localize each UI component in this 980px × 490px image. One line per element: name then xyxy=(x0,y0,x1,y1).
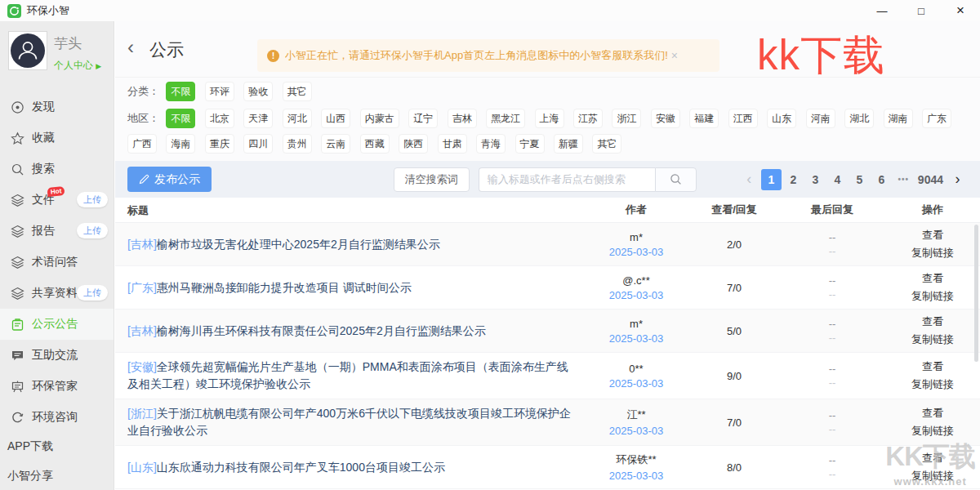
category-chip[interactable]: 不限 xyxy=(166,82,195,101)
search-input[interactable] xyxy=(479,167,655,192)
region-chip[interactable]: 宁夏 xyxy=(515,134,545,154)
region-chip[interactable]: 福建 xyxy=(689,109,719,128)
region-chip[interactable]: 海南 xyxy=(166,134,195,154)
view-link[interactable]: 查看 xyxy=(885,406,980,421)
sidebar-item-mutual-help[interactable]: 互助交流 xyxy=(0,340,114,371)
region-chip[interactable]: 江苏 xyxy=(573,109,603,128)
region-tag[interactable]: [吉林] xyxy=(127,324,157,337)
region-tag[interactable]: [山东] xyxy=(127,461,157,474)
view-link[interactable]: 查看 xyxy=(885,271,980,286)
region-chip[interactable]: 山西 xyxy=(321,109,350,128)
region-chip[interactable]: 内蒙古 xyxy=(360,109,399,128)
row-title-link[interactable]: 全球领先超宽幅偏光片生产基地（一期）PMMA和表面涂布项目（表面涂布生产线及相关… xyxy=(127,360,568,390)
copy-link[interactable]: 复制链接 xyxy=(885,469,980,483)
row-title-link[interactable]: 关于浙江杭帆电缆有限公司年产400万米6千伏以下电缆线技改项目竣工环境保护企业自… xyxy=(127,407,571,437)
region-chip[interactable]: 吉林 xyxy=(448,109,477,128)
post-date[interactable]: 2025-03-03 xyxy=(583,377,689,390)
region-chip[interactable]: 河南 xyxy=(806,109,835,128)
search-button[interactable] xyxy=(655,167,697,192)
copy-link[interactable]: 复制链接 xyxy=(885,424,980,439)
region-chip[interactable]: 不限 xyxy=(166,109,195,128)
sidebar-item-env-consult[interactable]: 环境咨询 xyxy=(0,402,114,433)
region-tag[interactable]: [浙江] xyxy=(127,407,157,420)
view-link[interactable]: 查看 xyxy=(885,314,980,329)
region-chip[interactable]: 广东 xyxy=(922,109,951,128)
region-chip[interactable]: 广西 xyxy=(127,134,157,154)
category-chip[interactable]: 验收 xyxy=(243,82,273,101)
notice-close-icon[interactable]: × xyxy=(671,49,678,62)
region-tag[interactable]: [广东] xyxy=(127,281,157,294)
sidebar-item-favorites[interactable]: 收藏 xyxy=(0,122,114,154)
post-date[interactable]: 2025-03-03 xyxy=(583,425,689,437)
region-chip[interactable]: 西藏 xyxy=(360,134,390,154)
sidebar-item-env-butler[interactable]: 环保管家 xyxy=(0,371,114,402)
sidebar-item-search[interactable]: 搜索 xyxy=(0,154,114,185)
region-chip[interactable]: 上海 xyxy=(535,109,564,128)
region-chip[interactable]: 其它 xyxy=(592,134,621,154)
row-title-link[interactable]: 榆树市垃圾无害化处理中心2025年2月自行监测结果公示 xyxy=(157,238,440,251)
avatar[interactable] xyxy=(8,31,47,70)
sidebar-item-terminology[interactable]: 术语问答 xyxy=(0,247,114,278)
region-tag[interactable]: [安徽] xyxy=(127,360,157,373)
region-chip[interactable]: 重庆 xyxy=(205,134,234,154)
maximize-icon[interactable]: □ xyxy=(902,0,941,21)
row-title-link[interactable]: 山东欣通动力科技有限公司年产叉车1000台项目竣工公示 xyxy=(157,461,445,474)
region-chip[interactable]: 江西 xyxy=(728,109,758,128)
region-chip[interactable]: 湖北 xyxy=(844,109,874,128)
sidebar-item-discover[interactable]: 发现 xyxy=(0,91,114,122)
region-chip[interactable]: 青海 xyxy=(476,134,506,154)
region-chip[interactable]: 天津 xyxy=(243,109,273,128)
publish-button[interactable]: 发布公示 xyxy=(127,167,212,192)
region-tag[interactable]: [吉林] xyxy=(127,238,157,251)
user-center-link[interactable]: 个人中心 ▶ xyxy=(54,59,101,73)
region-chip[interactable]: 云南 xyxy=(321,134,350,154)
page-number[interactable]: 6 xyxy=(871,169,892,190)
region-chip[interactable]: 黑龙江 xyxy=(486,109,525,128)
view-link[interactable]: 查看 xyxy=(885,359,980,374)
region-chip[interactable]: 湖南 xyxy=(884,109,913,128)
back-icon[interactable]: ‹ xyxy=(127,38,134,57)
region-chip[interactable]: 安徽 xyxy=(651,109,680,128)
region-chip[interactable]: 辽宁 xyxy=(408,109,438,128)
upload-button[interactable]: 上传 xyxy=(77,223,108,238)
row-title-link[interactable]: 榆树海川再生环保科技有限责任公司2025年2月自行监测结果公示 xyxy=(157,324,486,337)
region-chip[interactable]: 山东 xyxy=(767,109,796,128)
copy-link[interactable]: 复制链接 xyxy=(885,289,980,304)
row-title-link[interactable]: 惠州马鞭洲岛接卸能力提升改造项目 调试时间公示 xyxy=(157,281,412,294)
page-number[interactable]: 1 xyxy=(761,169,782,190)
sidebar-item-files[interactable]: 文件 Hot 上传 xyxy=(0,185,114,216)
copy-link[interactable]: 复制链接 xyxy=(885,246,980,261)
sidebar-item-public-notices[interactable]: 公示公告 xyxy=(0,309,114,340)
close-icon[interactable]: × xyxy=(941,0,980,21)
category-chip[interactable]: 环评 xyxy=(205,82,234,101)
page-number-last[interactable]: 9044 xyxy=(915,169,946,190)
post-date[interactable]: 2025-03-03 xyxy=(583,332,689,345)
upload-button[interactable]: 上传 xyxy=(77,285,108,301)
post-date[interactable]: 2025-03-03 xyxy=(583,246,689,258)
view-link[interactable]: 查看 xyxy=(885,228,980,243)
page-number[interactable]: 4 xyxy=(827,169,848,190)
prev-page-icon[interactable]: ‹ xyxy=(739,169,760,190)
sidebar-item-shared-materials[interactable]: 共享资料 上传 xyxy=(0,278,114,309)
sidebar-item-share[interactable]: 小智分享 xyxy=(0,461,114,490)
region-chip[interactable]: 贵州 xyxy=(283,134,312,154)
view-link[interactable]: 查看 xyxy=(885,451,980,466)
region-chip[interactable]: 新疆 xyxy=(554,134,583,154)
sidebar-item-reports[interactable]: 报告 上传 xyxy=(0,216,114,247)
category-chip[interactable]: 其它 xyxy=(283,82,312,101)
next-page-icon[interactable]: › xyxy=(947,169,968,190)
copy-link[interactable]: 复制链接 xyxy=(885,377,980,392)
clear-search-button[interactable]: 清空搜索词 xyxy=(394,167,470,192)
region-chip[interactable]: 四川 xyxy=(243,134,273,154)
post-date[interactable]: 2025-03-03 xyxy=(583,289,689,301)
page-number[interactable]: 3 xyxy=(805,169,826,190)
region-chip[interactable]: 河北 xyxy=(283,109,312,128)
copy-link[interactable]: 复制链接 xyxy=(885,332,980,347)
page-number[interactable]: 2 xyxy=(783,169,804,190)
scrollbar-thumb[interactable] xyxy=(974,225,978,362)
minimize-icon[interactable]: — xyxy=(862,0,902,21)
region-chip[interactable]: 甘肃 xyxy=(438,134,467,154)
pagination-ellipsis[interactable]: ••• xyxy=(893,169,914,190)
region-chip[interactable]: 浙江 xyxy=(612,109,641,128)
region-chip[interactable]: 北京 xyxy=(205,109,234,128)
